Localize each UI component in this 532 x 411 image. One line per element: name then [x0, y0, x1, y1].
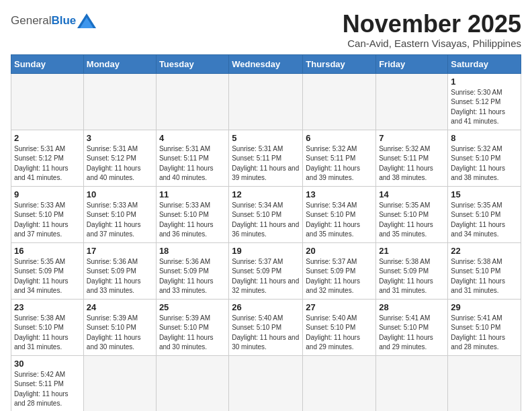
table-row: 22Sunrise: 5:38 AM Sunset: 5:10 PM Dayli…: [448, 242, 521, 299]
day-number: 15: [451, 189, 518, 199]
day-number: 12: [232, 189, 300, 199]
table-row: 13Sunrise: 5:34 AM Sunset: 5:10 PM Dayli…: [303, 186, 376, 242]
table-row: 11Sunrise: 5:33 AM Sunset: 5:10 PM Dayli…: [156, 186, 228, 242]
table-row: 3Sunrise: 5:31 AM Sunset: 5:12 PM Daylig…: [83, 130, 156, 186]
table-row: 14Sunrise: 5:35 AM Sunset: 5:10 PM Dayli…: [376, 186, 448, 242]
table-row: 10Sunrise: 5:33 AM Sunset: 5:10 PM Dayli…: [83, 186, 156, 242]
day-info: Sunrise: 5:35 AM Sunset: 5:09 PM Dayligh…: [14, 257, 81, 296]
table-row: 18Sunrise: 5:36 AM Sunset: 5:09 PM Dayli…: [156, 242, 228, 299]
day-number: 26: [232, 302, 300, 312]
day-info: Sunrise: 5:41 AM Sunset: 5:10 PM Dayligh…: [451, 314, 518, 353]
table-row: 7Sunrise: 5:32 AM Sunset: 5:11 PM Daylig…: [376, 130, 448, 186]
day-info: Sunrise: 5:31 AM Sunset: 5:12 PM Dayligh…: [14, 144, 81, 183]
day-info: Sunrise: 5:34 AM Sunset: 5:10 PM Dayligh…: [232, 201, 300, 240]
day-number: 7: [379, 133, 445, 143]
table-row: [229, 355, 303, 411]
calendar-row: 30Sunrise: 5:42 AM Sunset: 5:11 PM Dayli…: [11, 355, 521, 411]
table-row: 30Sunrise: 5:42 AM Sunset: 5:11 PM Dayli…: [11, 355, 84, 411]
calendar-row: 2Sunrise: 5:31 AM Sunset: 5:12 PM Daylig…: [11, 130, 521, 186]
day-number: 27: [306, 302, 373, 312]
table-row: [156, 73, 228, 130]
table-row: 23Sunrise: 5:38 AM Sunset: 5:10 PM Dayli…: [11, 299, 84, 355]
table-row: [83, 73, 156, 130]
calendar-row: 23Sunrise: 5:38 AM Sunset: 5:10 PM Dayli…: [11, 299, 521, 355]
table-row: 15Sunrise: 5:35 AM Sunset: 5:10 PM Dayli…: [448, 186, 521, 242]
table-row: 6Sunrise: 5:32 AM Sunset: 5:11 PM Daylig…: [303, 130, 376, 186]
day-info: Sunrise: 5:36 AM Sunset: 5:09 PM Dayligh…: [159, 257, 226, 296]
day-info: Sunrise: 5:35 AM Sunset: 5:10 PM Dayligh…: [379, 201, 445, 240]
day-info: Sunrise: 5:32 AM Sunset: 5:10 PM Dayligh…: [451, 144, 518, 183]
day-info: Sunrise: 5:37 AM Sunset: 5:09 PM Dayligh…: [306, 257, 373, 296]
calendar-table: Sunday Monday Tuesday Wednesday Thursday…: [11, 54, 521, 411]
table-row: 26Sunrise: 5:40 AM Sunset: 5:10 PM Dayli…: [229, 299, 303, 355]
month-title: November 2025: [343, 11, 521, 38]
day-info: Sunrise: 5:32 AM Sunset: 5:11 PM Dayligh…: [379, 144, 445, 183]
day-info: Sunrise: 5:38 AM Sunset: 5:09 PM Dayligh…: [379, 257, 445, 296]
table-row: 4Sunrise: 5:31 AM Sunset: 5:11 PM Daylig…: [156, 130, 228, 186]
table-row: [156, 355, 228, 411]
day-number: 4: [159, 133, 226, 143]
day-number: 30: [14, 359, 81, 369]
day-info: Sunrise: 5:33 AM Sunset: 5:10 PM Dayligh…: [87, 201, 153, 240]
day-number: 5: [232, 133, 300, 143]
table-row: 25Sunrise: 5:39 AM Sunset: 5:10 PM Dayli…: [156, 299, 228, 355]
day-number: 11: [159, 189, 226, 199]
table-row: 12Sunrise: 5:34 AM Sunset: 5:10 PM Dayli…: [229, 186, 303, 242]
day-number: 20: [306, 246, 373, 256]
header-friday: Friday: [376, 54, 448, 73]
header: General Blue November 2025 Can-Avid, Eas…: [11, 11, 521, 49]
day-number: 13: [306, 189, 373, 199]
calendar-row: 1Sunrise: 5:30 AM Sunset: 5:12 PM Daylig…: [11, 73, 521, 130]
logo-blue-text: Blue: [51, 14, 76, 28]
day-info: Sunrise: 5:35 AM Sunset: 5:10 PM Dayligh…: [451, 201, 518, 240]
day-info: Sunrise: 5:31 AM Sunset: 5:11 PM Dayligh…: [159, 144, 226, 183]
day-info: Sunrise: 5:36 AM Sunset: 5:09 PM Dayligh…: [87, 257, 153, 296]
page-container: General Blue November 2025 Can-Avid, Eas…: [11, 11, 521, 411]
logo-area: General Blue: [11, 11, 96, 28]
day-info: Sunrise: 5:42 AM Sunset: 5:11 PM Dayligh…: [14, 370, 81, 409]
day-info: Sunrise: 5:31 AM Sunset: 5:12 PM Dayligh…: [87, 144, 153, 183]
table-row: 24Sunrise: 5:39 AM Sunset: 5:10 PM Dayli…: [83, 299, 156, 355]
day-number: 10: [87, 189, 153, 199]
day-info: Sunrise: 5:33 AM Sunset: 5:10 PM Dayligh…: [14, 201, 81, 240]
table-row: [303, 73, 376, 130]
header-saturday: Saturday: [448, 54, 521, 73]
logo: General Blue: [11, 13, 96, 28]
day-info: Sunrise: 5:38 AM Sunset: 5:10 PM Dayligh…: [14, 314, 81, 353]
table-row: 5Sunrise: 5:31 AM Sunset: 5:11 PM Daylig…: [229, 130, 303, 186]
header-sunday: Sunday: [11, 54, 84, 73]
title-area: November 2025 Can-Avid, Eastern Visayas,…: [343, 11, 521, 49]
day-info: Sunrise: 5:40 AM Sunset: 5:10 PM Dayligh…: [306, 314, 373, 353]
table-row: [448, 355, 521, 411]
table-row: [303, 355, 376, 411]
day-number: 8: [451, 133, 518, 143]
table-row: [229, 73, 303, 130]
day-number: 9: [14, 189, 81, 199]
table-row: [376, 73, 448, 130]
calendar-row: 9Sunrise: 5:33 AM Sunset: 5:10 PM Daylig…: [11, 186, 521, 242]
day-info: Sunrise: 5:40 AM Sunset: 5:10 PM Dayligh…: [232, 314, 300, 353]
day-number: 28: [379, 302, 445, 312]
table-row: 29Sunrise: 5:41 AM Sunset: 5:10 PM Dayli…: [448, 299, 521, 355]
table-row: 20Sunrise: 5:37 AM Sunset: 5:09 PM Dayli…: [303, 242, 376, 299]
table-row: 17Sunrise: 5:36 AM Sunset: 5:09 PM Dayli…: [83, 242, 156, 299]
day-number: 25: [159, 302, 226, 312]
table-row: 21Sunrise: 5:38 AM Sunset: 5:09 PM Dayli…: [376, 242, 448, 299]
table-row: 16Sunrise: 5:35 AM Sunset: 5:09 PM Dayli…: [11, 242, 84, 299]
day-info: Sunrise: 5:34 AM Sunset: 5:10 PM Dayligh…: [306, 201, 373, 240]
day-number: 29: [451, 302, 518, 312]
day-number: 22: [451, 246, 518, 256]
table-row: 8Sunrise: 5:32 AM Sunset: 5:10 PM Daylig…: [448, 130, 521, 186]
table-row: 28Sunrise: 5:41 AM Sunset: 5:10 PM Dayli…: [376, 299, 448, 355]
table-row: 2Sunrise: 5:31 AM Sunset: 5:12 PM Daylig…: [11, 130, 84, 186]
header-tuesday: Tuesday: [156, 54, 228, 73]
day-number: 24: [87, 302, 153, 312]
day-number: 17: [87, 246, 153, 256]
table-row: [83, 355, 156, 411]
day-number: 6: [306, 133, 373, 143]
day-info: Sunrise: 5:31 AM Sunset: 5:11 PM Dayligh…: [232, 144, 300, 183]
table-row: 1Sunrise: 5:30 AM Sunset: 5:12 PM Daylig…: [448, 73, 521, 130]
table-row: [376, 355, 448, 411]
day-number: 23: [14, 302, 81, 312]
logo-icon: [77, 13, 96, 28]
